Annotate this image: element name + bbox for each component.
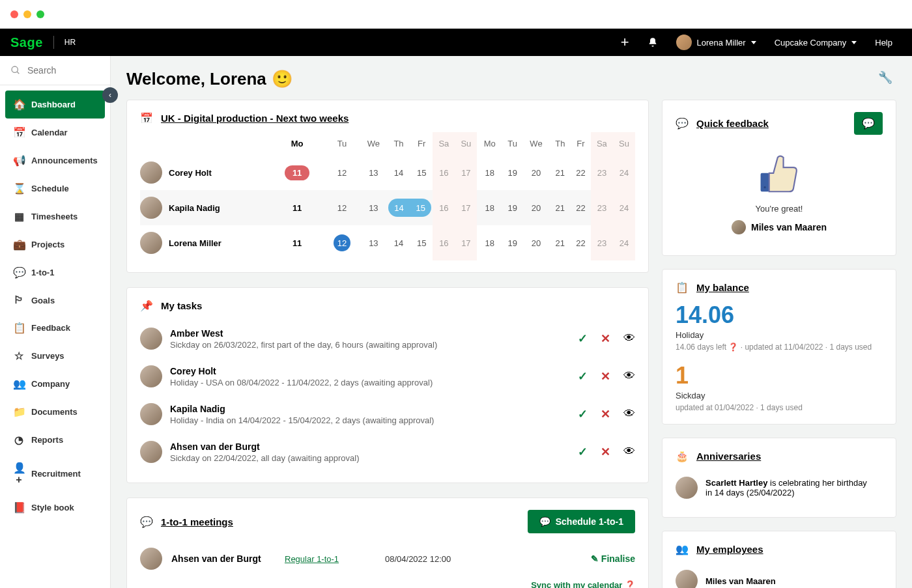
view-icon[interactable]: 👁 bbox=[623, 331, 635, 346]
date-cell[interactable]: 17 bbox=[455, 190, 477, 225]
date-cell[interactable]: 22 bbox=[571, 225, 591, 260]
sidebar-item-style-book[interactable]: 📕Style book bbox=[5, 494, 105, 522]
day-header: Su bbox=[455, 132, 477, 155]
date-cell[interactable]: 22 bbox=[571, 190, 591, 225]
feedback-title[interactable]: Quick feedback bbox=[696, 118, 769, 129]
meetings-title[interactable]: 1-to-1 meetings bbox=[161, 516, 233, 527]
minimize-window-icon[interactable] bbox=[23, 10, 31, 18]
sidebar-item-goals[interactable]: 🏳Goals bbox=[5, 287, 105, 314]
date-cell[interactable]: 16 bbox=[433, 155, 455, 190]
close-window-icon[interactable] bbox=[10, 10, 18, 18]
date-cell[interactable]: 11 bbox=[270, 190, 324, 225]
employees-title[interactable]: My employees bbox=[696, 544, 763, 555]
meeting-link[interactable]: Regular 1-to-1 bbox=[285, 554, 376, 564]
sidebar-item-documents[interactable]: 📁Documents bbox=[5, 398, 105, 426]
reject-icon[interactable]: ✕ bbox=[601, 445, 610, 459]
date-cell[interactable]: 13 bbox=[360, 225, 387, 260]
date-cell[interactable]: 18 bbox=[477, 225, 502, 260]
date-cell[interactable]: 12 bbox=[324, 225, 360, 260]
view-icon[interactable]: 👁 bbox=[623, 407, 635, 421]
finalise-link[interactable]: ✎ Finalise bbox=[591, 553, 635, 564]
customize-icon[interactable]: 🔧 bbox=[878, 70, 892, 85]
date-cell[interactable]: 17 bbox=[455, 155, 477, 190]
approve-icon[interactable]: ✓ bbox=[578, 369, 588, 384]
leave-day[interactable]: 11 bbox=[285, 165, 309, 180]
date-cell[interactable]: 16 bbox=[433, 190, 455, 225]
date-cell[interactable]: 21 bbox=[550, 155, 571, 190]
approve-icon[interactable]: ✓ bbox=[578, 407, 588, 421]
employee-name[interactable]: Kapila Nadig bbox=[169, 203, 220, 213]
svg-point-3 bbox=[763, 186, 765, 188]
date-cell[interactable]: 20 bbox=[522, 155, 549, 190]
date-cell[interactable]: 20 bbox=[522, 190, 549, 225]
sidebar-item-1-to-1[interactable]: 💬1-to-1 bbox=[5, 259, 105, 287]
notifications-icon[interactable] bbox=[638, 37, 667, 48]
leave-range[interactable]: 1415 bbox=[388, 199, 431, 217]
reject-icon[interactable]: ✕ bbox=[601, 369, 610, 384]
sidebar-item-company[interactable]: 👥Company bbox=[5, 370, 105, 398]
sync-calendar-link[interactable]: Sync with my calendar ❓ bbox=[140, 580, 635, 588]
chat-icon: 💬 bbox=[539, 516, 550, 527]
date-cell[interactable]: 15 bbox=[410, 155, 433, 190]
help-link[interactable]: Help bbox=[866, 38, 902, 48]
date-cell[interactable]: 12 bbox=[324, 155, 360, 190]
date-cell[interactable]: 14 bbox=[387, 225, 410, 260]
sidebar-item-timesheets[interactable]: ▦Timesheets bbox=[5, 203, 105, 231]
date-cell[interactable]: 21 bbox=[550, 190, 571, 225]
date-cell[interactable]: 11 bbox=[270, 155, 324, 190]
date-cell[interactable]: 23 bbox=[591, 155, 613, 190]
date-cell[interactable]: 22 bbox=[571, 155, 591, 190]
sidebar-item-calendar[interactable]: 📅Calendar bbox=[5, 119, 105, 147]
day-header: Sa bbox=[591, 132, 613, 155]
date-cell[interactable]: 23 bbox=[591, 225, 613, 260]
employee-name[interactable]: Lorena Miller bbox=[169, 238, 221, 248]
date-cell[interactable]: 19 bbox=[502, 155, 522, 190]
sidebar-item-schedule[interactable]: ⌛Schedule bbox=[5, 175, 105, 203]
date-cell[interactable]: 18 bbox=[477, 155, 502, 190]
date-cell[interactable]: 19 bbox=[502, 190, 522, 225]
date-cell[interactable]: 23 bbox=[591, 190, 613, 225]
view-icon[interactable]: 👁 bbox=[623, 445, 635, 459]
sidebar-item-surveys[interactable]: ☆Surveys bbox=[5, 342, 105, 370]
employee-name[interactable]: Corey Holt bbox=[169, 168, 212, 178]
date-cell[interactable]: 15 bbox=[410, 225, 433, 260]
sidebar-item-recruitment[interactable]: 👤+Recruitment bbox=[5, 454, 105, 494]
schedule-meeting-button[interactable]: 💬 Schedule 1-to-1 bbox=[528, 510, 635, 533]
date-cell[interactable]: 19 bbox=[502, 225, 522, 260]
date-cell[interactable]: 12 bbox=[324, 190, 360, 225]
user-menu[interactable]: Lorena Miller bbox=[667, 35, 765, 50]
reject-icon[interactable]: ✕ bbox=[601, 331, 610, 346]
date-cell[interactable]: 24 bbox=[613, 155, 635, 190]
date-cell[interactable]: 21 bbox=[550, 225, 571, 260]
approve-icon[interactable]: ✓ bbox=[578, 445, 588, 459]
anniversaries-title[interactable]: Anniversaries bbox=[696, 451, 761, 462]
date-cell[interactable]: 20 bbox=[522, 225, 549, 260]
search-input[interactable] bbox=[27, 65, 93, 76]
sidebar-item-projects[interactable]: 💼Projects bbox=[5, 231, 105, 259]
date-cell[interactable]: 11 bbox=[270, 225, 324, 260]
sick-balance-meta: updated at 01/04/2022 · 1 days used bbox=[676, 403, 883, 412]
sidebar-item-dashboard[interactable]: 🏠Dashboard bbox=[5, 91, 105, 119]
collapse-sidebar-button[interactable]: ‹ bbox=[102, 87, 118, 103]
date-cell[interactable]: 13 bbox=[360, 155, 387, 190]
date-cell[interactable]: 17 bbox=[455, 225, 477, 260]
balance-title[interactable]: My balance bbox=[696, 282, 749, 293]
schedule-title[interactable]: UK - Digital production - Next two weeks bbox=[161, 113, 349, 124]
feedback-button[interactable]: 💬 bbox=[854, 112, 883, 135]
date-cell[interactable]: 16 bbox=[433, 225, 455, 260]
date-cell[interactable]: 13 bbox=[360, 190, 387, 225]
reject-icon[interactable]: ✕ bbox=[601, 407, 610, 421]
sidebar-item-announcements[interactable]: 📢Announcements bbox=[5, 147, 105, 175]
date-cell[interactable]: 24 bbox=[613, 225, 635, 260]
view-icon[interactable]: 👁 bbox=[623, 369, 635, 384]
approve-icon[interactable]: ✓ bbox=[578, 331, 588, 346]
add-button[interactable]: + bbox=[612, 34, 638, 51]
date-cell[interactable]: 18 bbox=[477, 190, 502, 225]
company-menu[interactable]: Cupcake Company bbox=[765, 38, 866, 48]
sidebar-item-feedback[interactable]: 📋Feedback bbox=[5, 314, 105, 342]
date-cell[interactable]: 24 bbox=[613, 190, 635, 225]
maximize-window-icon[interactable] bbox=[36, 10, 44, 18]
sidebar-item-reports[interactable]: ◔Reports bbox=[5, 426, 105, 454]
date-cell[interactable]: 14 bbox=[387, 155, 410, 190]
today-marker[interactable]: 12 bbox=[334, 234, 350, 251]
